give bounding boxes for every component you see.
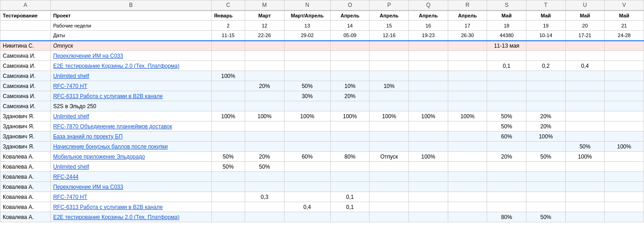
cell-nikitina-vacation-m [245,41,284,51]
cell-samokhina-3-r [448,71,487,81]
cell-kovaleva-6-r [448,202,487,212]
table-row: Зданович Я.RFC-7870 Объединение планнейм… [0,121,644,132]
cell-kovaleva-5-u [565,192,605,202]
cell-zdanovich-1-b: Unlimited shelf [51,111,212,121]
cell-samokhina-4-n: 50% [284,81,330,91]
cell-kovaleva-1-r [448,152,487,162]
col-letter-u: U [565,0,605,11]
cell-kovaleva-1-v [605,152,644,162]
cell-samokhina-2-p [370,61,409,71]
cell-zdanovich-4-s [487,142,526,152]
project-link-kovaleva-2[interactable]: Unlimited shelf [53,164,89,170]
cell-kovaleva-7-b: E2E тестирование Корзины 2.0 (Тех. Платф… [51,212,212,222]
h3-t: 10-14 [526,31,565,41]
cell-kovaleva-6-b: RFC-6313 Работа с услугами в В2В канале [51,202,212,212]
cell-kovaleva-4-r [448,182,487,192]
h2-a [0,21,51,31]
cell-samokhina-4-q [409,81,448,91]
cell-samokhina-5-n: 30% [284,91,330,101]
cell-samokhina-1-t [526,51,565,61]
cell-zdanovich-1-c: 100% [211,111,245,121]
cell-kovaleva-2-b: Unlimited shelf [51,162,212,172]
col-letter-r: R [448,0,487,11]
project-link-samokhina-4[interactable]: RFC-7470 НТ [53,83,87,89]
table-row: Самохина И.S2S в Эльдо 250 [0,101,644,111]
table-row: Самохина И.RFC-7470 НТ20%50%10%10% [0,81,644,91]
project-link-kovaleva-6[interactable]: RFC-6313 Работа с услугами в В2В канале [53,204,163,210]
cell-samokhina-2-r [448,61,487,71]
cell-samokhina-2-v [605,61,644,71]
cell-samokhina-1-s [487,51,526,61]
col-letter-o: O [330,0,370,11]
cell-kovaleva-3-t [526,172,565,182]
cell-zdanovich-3-n [284,132,330,142]
cell-nikitina-vacation-t [526,41,565,51]
cell-samokhina-2-c [211,61,245,71]
cell-zdanovich-2-r [448,121,487,132]
cell-kovaleva-5-a: Ковалева А. [0,192,51,202]
cell-samokhina-3-u [565,71,605,81]
table-row: Никитина С.Отпуск11-13 мая [0,41,644,51]
cell-kovaleva-2-v [605,162,644,172]
project-link-zdanovich-4[interactable]: Начисление бонусных баллов после покупки [53,143,168,150]
cell-samokhina-5-t [526,91,565,101]
table-row: Зданович Я.Начисление бонусных баллов по… [0,142,644,152]
cell-samokhina-1-o [330,51,370,61]
cell-samokhina-6-n [284,101,330,111]
project-link-kovaleva-1[interactable]: Мобильное приложение Эльдорадо [53,154,145,160]
cell-samokhina-2-s: 0,1 [487,61,526,71]
cell-kovaleva-4-c [211,182,245,192]
cell-zdanovich-4-b: Начисление бонусных баллов после покупки [51,142,212,152]
col-letter-n: N [284,0,330,11]
cell-kovaleva-3-v [605,172,644,182]
cell-kovaleva-2-a: Ковалева А. [0,162,51,172]
cell-kovaleva-7-u [565,212,605,222]
col-letter-t: T [526,0,565,11]
cell-samokhina-2-a: Самохина И. [0,61,51,71]
cell-zdanovich-3-o [330,132,370,142]
cell-kovaleva-1-p: Отпуск [370,152,409,162]
cell-samokhina-5-a: Самохина И. [0,91,51,101]
cell-zdanovich-4-o [330,142,370,152]
project-link-kovaleva-5[interactable]: RFC-7470 НТ [53,194,87,200]
h1-testing: Тестирование [0,11,51,21]
cell-kovaleva-1-u: 100% [565,152,605,162]
project-link-kovaleva-3[interactable]: RFC-2444 [53,174,78,180]
h2-t: 19 [526,21,565,31]
cell-kovaleva-3-m [245,172,284,182]
cell-zdanovich-2-o [330,121,370,132]
cell-samokhina-6-o [330,101,370,111]
cell-kovaleva-3-n [284,172,330,182]
cell-samokhina-5-r [448,91,487,101]
cell-nikitina-vacation-a: Никитина С. [0,41,51,51]
project-link-samokhina-3[interactable]: Unlimited shelf [53,73,89,79]
header-row-1: Тестирование Проект Январь Март Март/Апр… [0,11,644,21]
cell-zdanovich-4-p [370,142,409,152]
project-link-samokhina-5[interactable]: RFC-6313 Работа с услугами в В2В канале [53,93,163,99]
cell-samokhina-3-o [330,71,370,81]
project-link-zdanovich-2[interactable]: RFC-7870 Объединение планнеймов доставок [53,123,172,130]
col-letter-c: C [211,0,245,11]
project-link-zdanovich-3[interactable]: База знаний по проекту БП [53,133,123,140]
project-link-samokhina-1[interactable]: Переключение ИМ на С033 [53,53,123,59]
cell-kovaleva-6-a: Ковалева А. [0,202,51,212]
cell-kovaleva-4-u [565,182,605,192]
cell-zdanovich-4-n [284,142,330,152]
project-link-kovaleva-7[interactable]: E2E тестирование Корзины 2.0 (Тех. Платф… [53,214,179,220]
cell-zdanovich-3-r [448,132,487,142]
project-link-zdanovich-1[interactable]: Unlimited shelf [53,113,89,120]
cell-kovaleva-7-m [245,212,284,222]
cell-samokhina-5-v [605,91,644,101]
cell-zdanovich-2-v [605,121,644,132]
cell-kovaleva-7-s: 80% [487,212,526,222]
cell-zdanovich-3-q [409,132,448,142]
cell-zdanovich-3-p [370,132,409,142]
col-letter-q: Q [409,0,448,11]
cell-kovaleva-5-t [526,192,565,202]
cell-samokhina-4-m: 20% [245,81,284,91]
cell-samokhina-5-p [370,91,409,101]
project-link-samokhina-2[interactable]: E2E тестирование Корзины 2.0 (Тех. Платф… [53,63,179,69]
project-link-kovaleva-4[interactable]: Переключение ИМ на С033 [53,184,123,190]
cell-zdanovich-2-s: 50% [487,121,526,132]
cell-kovaleva-1-m: 20% [245,152,284,162]
